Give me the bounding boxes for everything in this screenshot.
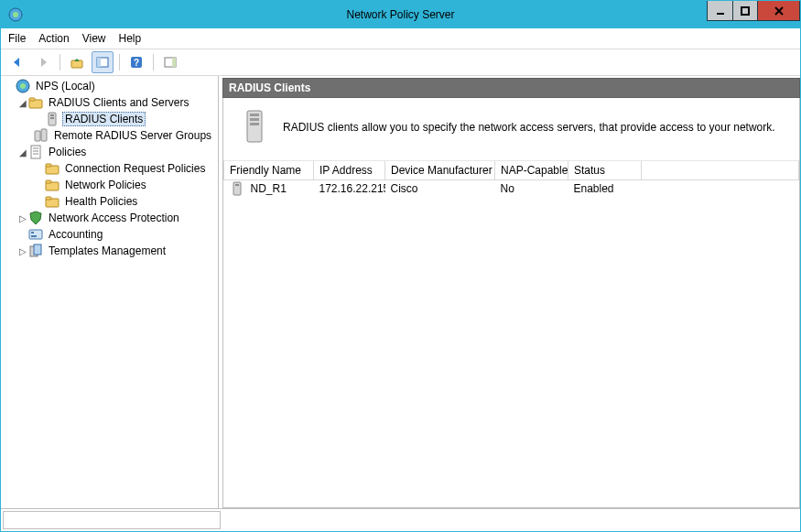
col-nap-capable[interactable]: NAP-Capable: [495, 161, 568, 180]
menu-view[interactable]: View: [82, 32, 106, 45]
tree-root-label: NPS (Local): [33, 79, 98, 93]
tree-label: Accounting: [46, 227, 105, 242]
cell-ip: 172.16.22.215: [314, 180, 385, 198]
action-pane-button[interactable]: [159, 51, 181, 73]
nav-back-button[interactable]: [6, 51, 28, 73]
folder-icon: [45, 178, 60, 192]
help-button[interactable]: ?: [125, 51, 147, 73]
cell-nap: No: [495, 180, 568, 198]
folder-icon: [45, 194, 60, 209]
server-icon: [45, 112, 60, 126]
clients-table: Friendly Name IP Address Device Manufact…: [223, 161, 799, 197]
shield-icon: [28, 211, 43, 225]
menu-help[interactable]: Help: [119, 32, 142, 45]
svg-rect-32: [29, 230, 42, 239]
status-pane: [1, 508, 800, 531]
tree-remote-groups[interactable]: Remote RADIUS Server Groups: [1, 127, 218, 144]
table-header-row: Friendly Name IP Address Device Manufact…: [224, 161, 799, 180]
window-controls: [707, 1, 800, 21]
svg-rect-34: [31, 235, 37, 237]
tree-np[interactable]: Network Policies: [1, 177, 218, 193]
tree-accounting[interactable]: Accounting: [1, 226, 218, 243]
svg-rect-27: [46, 164, 51, 167]
table-row[interactable]: ND_R1 172.16.22.215 Cisco No Enabled: [224, 180, 799, 198]
svg-rect-31: [46, 197, 51, 200]
expand-icon[interactable]: ▷: [17, 246, 28, 256]
tree-root[interactable]: NPS (Local): [1, 78, 218, 94]
col-device-manufacturer[interactable]: Device Manufacturer: [385, 161, 495, 180]
svg-rect-42: [235, 184, 239, 186]
svg-rect-39: [250, 118, 259, 121]
svg-point-14: [20, 83, 26, 89]
accounting-icon: [28, 227, 43, 242]
tree-label: Network Access Protection: [46, 211, 182, 225]
clients-list[interactable]: Friendly Name IP Address Device Manufact…: [223, 161, 799, 507]
svg-rect-29: [46, 180, 51, 183]
server-group-icon: [34, 128, 49, 143]
toolbar-separator: [153, 54, 154, 71]
content-description: RADIUS clients allow you to specify the …: [283, 121, 775, 134]
svg-rect-22: [31, 146, 40, 158]
tree-templates[interactable]: ▷ Templates Management: [1, 243, 218, 259]
tree-label: RADIUS Clients and Servers: [46, 95, 191, 110]
menubar: File Action View Help: [1, 28, 800, 49]
svg-text:?: ?: [134, 58, 139, 68]
server-large-icon: [240, 109, 269, 146]
titlebar[interactable]: Network Policy Server: [1, 1, 800, 28]
tree-label: Policies: [46, 145, 89, 159]
cell-friendly-name: ND_R1: [251, 182, 287, 195]
maximize-button[interactable]: [732, 1, 758, 21]
content-box: RADIUS clients allow you to specify the …: [222, 98, 800, 508]
tree-label: Templates Management: [46, 244, 168, 258]
right-pane: RADIUS Clients RADIUS clients allow you …: [219, 76, 800, 508]
svg-rect-20: [35, 131, 40, 141]
menu-action[interactable]: Action: [38, 32, 69, 45]
tree-label: Health Policies: [62, 194, 140, 209]
tree-label: Connection Request Policies: [62, 161, 208, 176]
up-folder-button[interactable]: [66, 51, 88, 73]
show-hide-tree-button[interactable]: [92, 51, 114, 73]
content-description-row: RADIUS clients allow you to specify the …: [223, 98, 799, 161]
col-status[interactable]: Status: [568, 161, 642, 180]
svg-point-1: [13, 12, 18, 17]
svg-rect-3: [741, 7, 749, 15]
toolbar-separator: [60, 54, 60, 71]
svg-rect-18: [50, 114, 54, 116]
svg-rect-2: [717, 13, 724, 15]
close-button[interactable]: [758, 1, 800, 21]
toolbar: ?: [1, 49, 800, 76]
col-friendly-name[interactable]: Friendly Name: [224, 161, 314, 180]
tree-hp[interactable]: Health Policies: [1, 193, 218, 210]
svg-rect-36: [34, 244, 41, 255]
nav-forward-button[interactable]: [32, 51, 54, 73]
policies-icon: [28, 145, 43, 159]
tree-radius-clients[interactable]: RADIUS Clients: [1, 111, 218, 127]
tree-radius-group[interactable]: ◢ RADIUS Clients and Servers: [1, 94, 218, 111]
tree-crp[interactable]: Connection Request Policies: [1, 160, 218, 177]
minimize-button[interactable]: [707, 1, 732, 21]
svg-rect-19: [50, 117, 54, 119]
window-title: Network Policy Server: [1, 8, 800, 21]
collapse-icon[interactable]: ◢: [17, 98, 28, 108]
body: NPS (Local) ◢ RADIUS Clients and Servers: [1, 76, 800, 508]
app-icon: [8, 7, 23, 22]
content-header: RADIUS Clients: [222, 78, 800, 98]
col-ip-address[interactable]: IP Address: [314, 161, 385, 180]
toolbar-separator: [119, 54, 120, 71]
svg-rect-8: [97, 58, 101, 67]
app-window: Network Policy Server File Action View H…: [0, 0, 801, 532]
templates-icon: [28, 244, 43, 258]
cell-status: Enabled: [568, 180, 642, 198]
svg-rect-12: [172, 58, 176, 67]
status-right: [222, 509, 800, 531]
tree-nap[interactable]: ▷ Network Access Protection: [1, 210, 218, 226]
menu-file[interactable]: File: [8, 32, 26, 45]
tree-label: Remote RADIUS Server Groups: [51, 128, 214, 143]
col-spacer: [642, 161, 799, 180]
expand-icon[interactable]: ▷: [17, 213, 28, 223]
tree-pane[interactable]: NPS (Local) ◢ RADIUS Clients and Servers: [1, 76, 219, 508]
tree-label: RADIUS Clients: [62, 112, 146, 126]
folder-icon: [45, 161, 60, 176]
collapse-icon[interactable]: ◢: [17, 147, 28, 157]
tree-policies[interactable]: ◢ Policies: [1, 144, 218, 160]
